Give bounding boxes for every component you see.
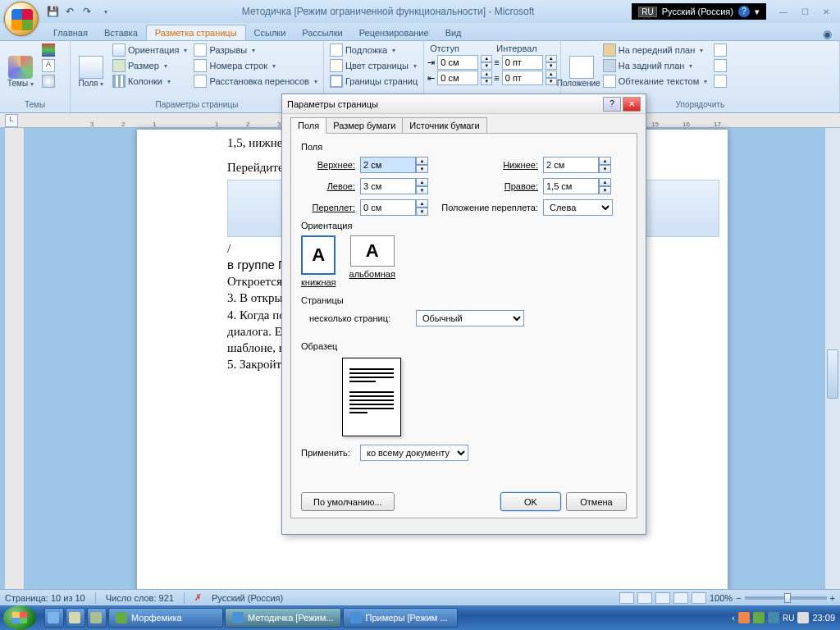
textwrap-button[interactable]: Обтекание текстом xyxy=(600,74,710,89)
spin-up[interactable]: ▲ xyxy=(481,55,492,62)
tab-references[interactable]: Ссылки xyxy=(246,25,294,40)
pagecolor-button[interactable]: Цвет страницы xyxy=(327,58,420,73)
size-button[interactable]: Размер xyxy=(110,58,189,73)
dialog-help-button[interactable]: ? xyxy=(603,97,621,112)
qat-save-icon[interactable]: 💾 xyxy=(45,4,60,19)
hyphenation-button[interactable]: Расстановка переносов xyxy=(191,74,319,89)
linenumbers-button[interactable]: Номера строк xyxy=(191,58,319,73)
tab-home[interactable]: Главная xyxy=(45,25,96,40)
tab-review[interactable]: Рецензирование xyxy=(351,25,437,40)
theme-effects-button[interactable] xyxy=(39,74,57,89)
view-outline-button[interactable] xyxy=(673,592,688,604)
vertical-scrollbar[interactable] xyxy=(825,128,840,591)
view-draft-button[interactable] xyxy=(692,592,706,604)
space-after-input[interactable] xyxy=(502,71,543,85)
dialog-titlebar[interactable]: Параметры страницы ? ✕ xyxy=(282,94,646,114)
quicklaunch-switch[interactable] xyxy=(87,608,107,628)
tab-mailings[interactable]: Рассылки xyxy=(294,25,350,40)
theme-colors-button[interactable] xyxy=(39,43,57,57)
tray-lang-icon[interactable]: RU xyxy=(783,614,794,623)
dialog-tab-margins[interactable]: Поля xyxy=(290,117,326,134)
proofing-icon[interactable]: ✗ xyxy=(194,592,202,603)
zoom-in-button[interactable]: + xyxy=(830,593,835,603)
quicklaunch-desktop[interactable] xyxy=(66,608,85,628)
bringfront-button[interactable]: На передний план xyxy=(600,43,710,57)
close-button[interactable]: ✕ xyxy=(815,5,837,18)
spin-down[interactable]: ▼ xyxy=(481,62,492,70)
taskbar-item-1[interactable]: Морфемика xyxy=(108,608,223,628)
ok-button[interactable]: OK xyxy=(500,492,561,511)
margins-button[interactable]: Поля xyxy=(74,43,108,100)
view-fullscreen-button[interactable] xyxy=(637,592,652,604)
indent-left-input[interactable] xyxy=(437,55,478,70)
tab-insert[interactable]: Вставка xyxy=(96,25,146,40)
scrollbar-thumb[interactable] xyxy=(827,349,838,399)
tray-icon[interactable] xyxy=(753,612,765,623)
status-language[interactable]: Русский (Россия) xyxy=(212,593,283,603)
tray-icon[interactable] xyxy=(768,612,779,623)
gutter-input[interactable] xyxy=(360,199,416,216)
sendback-button[interactable]: На задний план xyxy=(600,58,710,73)
dialog-tabs: Поля Размер бумаги Источник бумаги xyxy=(290,117,637,134)
space-before-input[interactable] xyxy=(502,55,543,70)
left-margin-input[interactable] xyxy=(360,178,416,194)
applyto-select[interactable]: ко всему документу xyxy=(360,445,468,461)
gutterpos-select[interactable]: Слева xyxy=(543,199,613,216)
status-words[interactable]: Число слов: 921 xyxy=(106,593,174,603)
qat-redo-icon[interactable]: ↷ xyxy=(80,4,94,19)
rotate-button[interactable] xyxy=(711,74,729,89)
pageborders-button[interactable]: Границы страниц xyxy=(327,74,420,89)
tray-clock[interactable]: 23:09 xyxy=(812,613,835,623)
zoom-out-button[interactable]: − xyxy=(736,593,741,603)
group-button[interactable] xyxy=(711,58,729,73)
tab-selector[interactable]: L xyxy=(5,114,18,127)
taskbar-item-3[interactable]: Примеры [Режим ... xyxy=(343,608,458,628)
tray-icon[interactable] xyxy=(738,612,750,623)
qat-customize-icon[interactable] xyxy=(97,4,112,19)
lang-close-icon[interactable]: ▾ xyxy=(755,7,760,17)
position-button[interactable]: Положение xyxy=(564,43,599,100)
quicklaunch-explorer[interactable] xyxy=(44,608,64,628)
bottom-margin-input[interactable] xyxy=(543,157,599,173)
view-web-button[interactable] xyxy=(655,592,670,604)
themes-button[interactable]: Темы xyxy=(3,43,38,100)
watermark-button[interactable]: Подложка xyxy=(327,43,420,57)
orientation-button[interactable]: Ориентация xyxy=(110,43,189,57)
qat-undo-icon[interactable]: ↶ xyxy=(62,4,77,19)
office-button[interactable] xyxy=(4,2,39,36)
theme-fonts-button[interactable]: A xyxy=(39,58,57,73)
start-button[interactable] xyxy=(3,605,36,630)
portrait-option[interactable]: Aкнижная xyxy=(301,235,336,287)
top-margin-input[interactable] xyxy=(360,157,416,173)
zoom-handle[interactable] xyxy=(784,593,791,603)
indent-header: Отступ xyxy=(427,43,492,54)
ribbon-help-icon[interactable]: ◉ xyxy=(823,28,832,40)
multipages-select[interactable]: Обычный xyxy=(416,310,524,326)
maximize-button[interactable]: ☐ xyxy=(794,5,815,18)
cancel-button[interactable]: Отмена xyxy=(566,492,627,511)
indent-right-input[interactable] xyxy=(437,71,478,85)
default-button[interactable]: По умолчанию... xyxy=(301,492,395,511)
breaks-button[interactable]: Разрывы xyxy=(191,43,319,57)
view-printlayout-button[interactable] xyxy=(619,592,634,604)
indent-right-icon: ⇤ xyxy=(427,73,435,84)
columns-button[interactable]: Колонки xyxy=(110,74,189,89)
tray-arrow-icon[interactable]: ‹ xyxy=(732,613,735,623)
vertical-ruler[interactable] xyxy=(5,128,25,591)
dialog-tab-layout[interactable]: Источник бумаги xyxy=(402,117,486,134)
tray-volume-icon[interactable] xyxy=(797,612,809,623)
taskbar-item-2[interactable]: Методичка [Режим... xyxy=(225,608,341,628)
align-button[interactable] xyxy=(711,43,729,57)
minimize-button[interactable]: — xyxy=(773,5,794,18)
dialog-close-button[interactable]: ✕ xyxy=(623,97,641,112)
dialog-tab-paper[interactable]: Размер бумаги xyxy=(326,117,403,134)
zoom-value[interactable]: 100% xyxy=(710,593,733,603)
tab-page-layout[interactable]: Разметка страницы xyxy=(146,25,246,40)
right-margin-input[interactable] xyxy=(543,178,599,194)
status-page[interactable]: Страница: 10 из 10 xyxy=(5,593,85,603)
tab-view[interactable]: Вид xyxy=(437,25,470,40)
landscape-option[interactable]: Aальбомная xyxy=(349,235,395,287)
help-icon[interactable]: ? xyxy=(738,6,750,17)
zoom-slider[interactable] xyxy=(745,596,827,600)
language-indicator[interactable]: RU Русский (Россия) ? ▾ xyxy=(632,3,766,20)
